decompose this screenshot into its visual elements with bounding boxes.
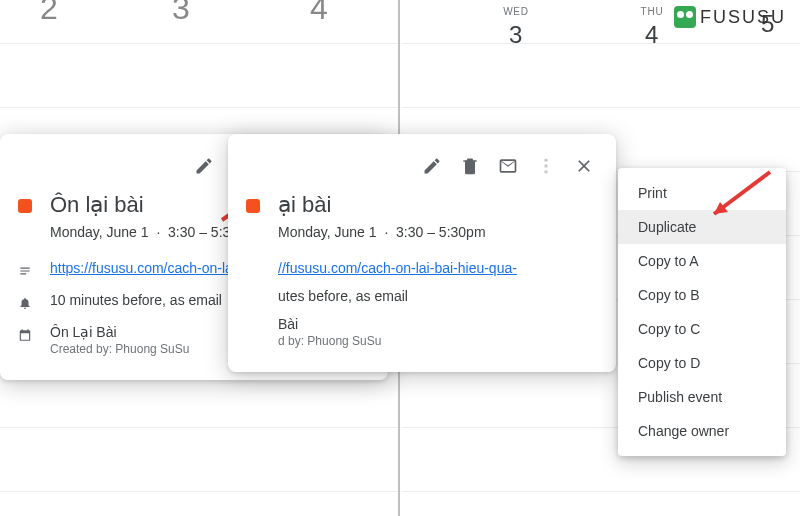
calendar-name: Bài: [278, 316, 298, 332]
created-by: d by: Phuong SuSu: [278, 334, 381, 348]
reminder-text: 10 minutes before, as email: [50, 292, 222, 308]
created-by: Created by: Phuong SuSu: [50, 342, 189, 356]
menu-change-owner[interactable]: Change owner: [618, 414, 786, 448]
event-detail-card: ại bài Monday, June 1 · 3:30 – 5:30pm //…: [228, 134, 616, 372]
delete-button[interactable]: [452, 148, 488, 184]
event-color-chip: [18, 199, 32, 213]
menu-print[interactable]: Print: [618, 176, 786, 210]
menu-duplicate[interactable]: Duplicate: [618, 210, 786, 244]
day-number: 2: [40, 0, 58, 27]
event-time: Monday, June 1 · 3:30 – 5:30pm: [50, 224, 258, 240]
bell-icon: [18, 294, 32, 312]
menu-publish[interactable]: Publish event: [618, 380, 786, 414]
menu-copy-d[interactable]: Copy to D: [618, 346, 786, 380]
edit-button[interactable]: [414, 148, 450, 184]
day-number: 3: [172, 0, 190, 27]
event-color-chip: [246, 199, 260, 213]
owl-icon: [674, 6, 696, 28]
calendar-icon: [18, 326, 32, 344]
svg-point-6: [544, 164, 547, 167]
event-title: ại bài: [278, 192, 486, 218]
day-number: 4: [310, 0, 328, 27]
options-button[interactable]: [528, 148, 564, 184]
day-header: WED3: [486, 6, 546, 49]
svg-point-7: [544, 170, 547, 173]
event-time: Monday, June 1 · 3:30 – 5:30pm: [278, 224, 486, 240]
close-button[interactable]: [566, 148, 602, 184]
menu-copy-b[interactable]: Copy to B: [618, 278, 786, 312]
edit-button[interactable]: [186, 148, 222, 184]
menu-copy-c[interactable]: Copy to C: [618, 312, 786, 346]
calendar-name: Ôn Lại Bài: [50, 324, 117, 340]
brand-logo: FUSUSU: [674, 6, 786, 28]
email-button[interactable]: [490, 148, 526, 184]
event-link[interactable]: //fususu.com/cach-on-lai-bai-hieu-qua-: [278, 260, 517, 276]
description-icon: [18, 262, 32, 280]
options-menu: Print Duplicate Copy to A Copy to B Copy…: [618, 168, 786, 456]
reminder-text: utes before, as email: [278, 288, 408, 304]
svg-point-5: [544, 159, 547, 162]
event-title: Ôn lại bài: [50, 192, 258, 218]
menu-copy-a[interactable]: Copy to A: [618, 244, 786, 278]
